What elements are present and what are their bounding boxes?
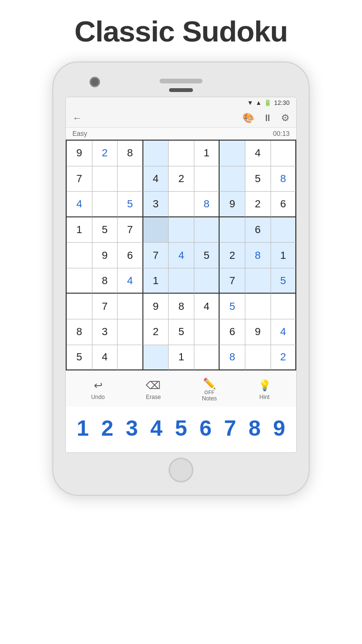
- numpad-button-8[interactable]: 8: [245, 415, 265, 441]
- table-row[interactable]: 4: [169, 243, 194, 268]
- table-row[interactable]: 1: [143, 268, 169, 294]
- table-row[interactable]: 8: [118, 141, 143, 166]
- table-row[interactable]: [245, 345, 271, 371]
- table-row[interactable]: [143, 345, 169, 371]
- table-row[interactable]: [92, 192, 118, 217]
- table-row[interactable]: [169, 141, 194, 166]
- numpad-button-2[interactable]: 2: [97, 415, 117, 441]
- table-row[interactable]: 8: [92, 268, 118, 294]
- numpad-button-7[interactable]: 7: [220, 415, 240, 441]
- table-row[interactable]: [67, 268, 92, 294]
- table-row[interactable]: 9: [92, 243, 118, 268]
- table-row[interactable]: 1: [271, 243, 297, 268]
- numpad-button-3[interactable]: 3: [122, 415, 142, 441]
- erase-button[interactable]: ⌫ Erase: [146, 379, 161, 400]
- table-row[interactable]: 4: [245, 141, 271, 166]
- table-row[interactable]: 6: [118, 243, 143, 268]
- numpad-button-1[interactable]: 1: [73, 415, 93, 441]
- table-row[interactable]: 4: [92, 345, 118, 371]
- table-row[interactable]: [143, 141, 169, 166]
- table-row[interactable]: 7: [67, 166, 92, 192]
- table-row[interactable]: 5: [271, 268, 297, 294]
- table-row[interactable]: [220, 141, 245, 166]
- table-row[interactable]: 2: [169, 166, 194, 192]
- numpad-button-9[interactable]: 9: [269, 415, 289, 441]
- settings-button[interactable]: ⚙: [281, 112, 290, 123]
- table-row[interactable]: 2: [271, 345, 297, 371]
- table-row[interactable]: [220, 217, 245, 243]
- table-row[interactable]: 2: [92, 141, 118, 166]
- table-row[interactable]: 7: [220, 268, 245, 294]
- table-row[interactable]: [118, 319, 143, 345]
- table-row[interactable]: 5: [92, 217, 118, 243]
- table-row[interactable]: 5: [194, 243, 220, 268]
- table-row[interactable]: 9: [143, 294, 169, 319]
- table-row[interactable]: 2: [220, 243, 245, 268]
- numpad-button-5[interactable]: 5: [171, 415, 191, 441]
- table-row[interactable]: 4: [118, 268, 143, 294]
- numpad-button-6[interactable]: 6: [196, 415, 216, 441]
- table-row[interactable]: [118, 166, 143, 192]
- table-row[interactable]: 2: [245, 192, 271, 217]
- table-row[interactable]: [194, 345, 220, 371]
- table-row[interactable]: 8: [67, 319, 92, 345]
- table-row[interactable]: 7: [118, 217, 143, 243]
- pause-button[interactable]: ⏸: [263, 112, 272, 123]
- hint-button[interactable]: 💡 Hint: [258, 379, 271, 400]
- table-row[interactable]: 4: [143, 166, 169, 192]
- table-row[interactable]: 7: [143, 243, 169, 268]
- table-row[interactable]: [169, 217, 194, 243]
- table-row[interactable]: 9: [220, 192, 245, 217]
- table-row[interactable]: [118, 345, 143, 371]
- table-row[interactable]: 5: [118, 192, 143, 217]
- table-row[interactable]: 3: [92, 319, 118, 345]
- table-row[interactable]: 7: [92, 294, 118, 319]
- table-row[interactable]: [194, 319, 220, 345]
- table-row[interactable]: [245, 268, 271, 294]
- table-row[interactable]: 8: [245, 243, 271, 268]
- table-row[interactable]: [92, 166, 118, 192]
- table-row[interactable]: 8: [220, 345, 245, 371]
- table-row[interactable]: 4: [194, 294, 220, 319]
- table-row[interactable]: [220, 166, 245, 192]
- table-row[interactable]: 2: [143, 319, 169, 345]
- table-row[interactable]: 3: [143, 192, 169, 217]
- table-row[interactable]: [194, 268, 220, 294]
- numpad-button-4[interactable]: 4: [146, 415, 166, 441]
- table-row[interactable]: 5: [220, 294, 245, 319]
- table-row[interactable]: 5: [67, 345, 92, 371]
- table-row[interactable]: 1: [67, 217, 92, 243]
- table-row[interactable]: 5: [245, 166, 271, 192]
- table-row[interactable]: [169, 268, 194, 294]
- table-row[interactable]: [194, 166, 220, 192]
- table-row[interactable]: [143, 217, 169, 243]
- table-row[interactable]: [169, 192, 194, 217]
- table-row[interactable]: [194, 217, 220, 243]
- table-row[interactable]: 8: [271, 166, 297, 192]
- table-row[interactable]: 5: [169, 319, 194, 345]
- table-row[interactable]: [271, 217, 297, 243]
- table-row[interactable]: 6: [271, 192, 297, 217]
- table-row[interactable]: [245, 294, 271, 319]
- palette-button[interactable]: 🎨: [242, 112, 254, 123]
- table-row[interactable]: 8: [194, 192, 220, 217]
- table-row[interactable]: [118, 294, 143, 319]
- notes-button[interactable]: ✏️ OFF Notes: [202, 378, 217, 402]
- table-row[interactable]: 4: [271, 319, 297, 345]
- table-row[interactable]: 4: [67, 192, 92, 217]
- table-row[interactable]: 1: [194, 141, 220, 166]
- table-row[interactable]: 9: [67, 141, 92, 166]
- table-row[interactable]: [271, 141, 297, 166]
- table-row[interactable]: 8: [169, 294, 194, 319]
- table-row[interactable]: 6: [220, 319, 245, 345]
- table-row[interactable]: [271, 294, 297, 319]
- undo-button[interactable]: ↩ Undo: [91, 379, 105, 400]
- back-button[interactable]: ←: [72, 112, 82, 123]
- table-row[interactable]: [67, 243, 92, 268]
- table-row[interactable]: [67, 294, 92, 319]
- table-row[interactable]: 1: [169, 345, 194, 371]
- home-button[interactable]: [169, 458, 193, 482]
- sudoku-grid[interactable]: 9281474258453892615769674528184175798458…: [66, 140, 296, 370]
- table-row[interactable]: 6: [245, 217, 271, 243]
- table-row[interactable]: 9: [245, 319, 271, 345]
